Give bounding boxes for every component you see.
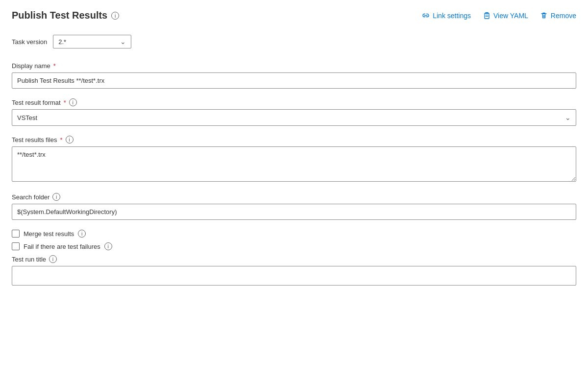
page-title-info-icon[interactable]: i [111,12,119,20]
page-header: Publish Test Results i Link settings Vie… [12,10,576,21]
test-results-files-required: * [60,136,62,143]
search-folder-input[interactable] [12,204,576,220]
task-version-value: 2.* [58,38,66,46]
link-icon [422,12,430,20]
test-run-title-label: Test run title i [12,255,576,263]
chevron-down-icon: ⌄ [120,38,126,46]
clipboard-icon [483,12,490,20]
merge-test-results-checkbox[interactable] [12,230,20,238]
remove-button[interactable]: Remove [540,12,576,20]
fail-if-failures-label: Fail if there are test failures [24,243,100,250]
svg-rect-0 [485,13,489,19]
test-result-format-required: * [64,99,66,106]
test-result-format-select[interactable]: VSTest ⌄ [12,109,576,126]
test-results-files-info-icon[interactable]: i [66,136,74,143]
test-run-title-info-icon[interactable]: i [49,255,57,263]
view-yaml-label: View YAML [493,12,528,20]
test-result-format-info-icon[interactable]: i [69,98,77,106]
test-run-title-input[interactable] [12,266,576,286]
task-version-label: Task version [12,38,47,46]
test-results-files-input[interactable]: **/test*.trx [12,146,576,182]
trash-icon [540,12,548,20]
remove-label: Remove [551,12,576,20]
search-folder-field-group: Search folder i [12,193,576,220]
link-settings-button[interactable]: Link settings [422,12,471,20]
header-actions: Link settings View YAML Remove [422,12,576,20]
test-results-files-label: Test results files * i [12,136,576,143]
link-settings-label: Link settings [433,12,471,20]
display-name-label: Display name * [12,62,576,70]
fail-if-failures-checkbox[interactable] [12,242,20,250]
fail-if-failures-row: Fail if there are test failures i [12,242,576,250]
header-left: Publish Test Results i [12,10,119,21]
fail-if-failures-info-icon[interactable]: i [104,242,112,250]
display-name-field-group: Display name * [12,62,576,89]
merge-test-results-label: Merge test results [24,230,74,238]
test-result-format-chevron-icon: ⌄ [565,114,571,121]
search-folder-info-icon[interactable]: i [52,193,60,201]
task-version-select[interactable]: 2.* ⌄ [53,35,131,48]
search-folder-label: Search folder i [12,193,576,201]
test-result-format-label: Test result format * i [12,98,576,106]
test-results-files-field-group: Test results files * i **/test*.trx [12,136,576,183]
test-run-title-field-group: Test run title i [12,255,576,286]
test-result-format-value: VSTest [17,114,37,121]
page-title: Publish Test Results [12,10,107,21]
display-name-required: * [53,62,56,70]
display-name-input[interactable] [12,72,576,89]
merge-test-results-row: Merge test results i [12,230,576,238]
view-yaml-button[interactable]: View YAML [483,12,528,20]
task-version-row: Task version 2.* ⌄ [12,35,576,48]
test-result-format-field-group: Test result format * i VSTest ⌄ [12,98,576,126]
merge-test-results-info-icon[interactable]: i [78,230,86,238]
